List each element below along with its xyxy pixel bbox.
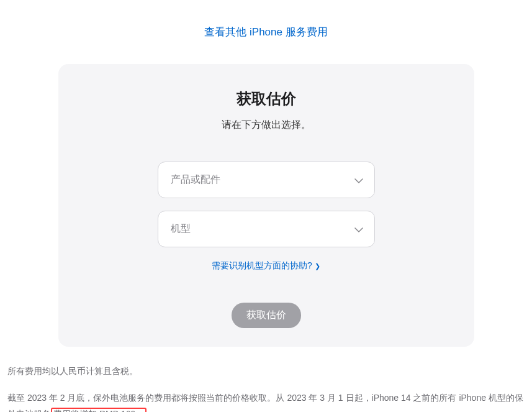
model-select[interactable]: 机型	[158, 211, 375, 247]
estimate-subtitle: 请在下方做出选择。	[89, 119, 443, 132]
get-estimate-button[interactable]: 获取估价	[232, 303, 301, 328]
currency-note: 所有费用均以人民币计算且含税。	[7, 364, 525, 378]
footer-notes: 所有费用均以人民币计算且含税。 截至 2023 年 2 月底，保外电池服务的费用…	[7, 347, 525, 412]
estimate-title: 获取估价	[89, 89, 443, 109]
product-select-label: 产品或配件	[171, 174, 220, 185]
model-select-label: 机型	[171, 223, 191, 234]
help-link-container: 需要识别机型方面的协助?❯	[89, 260, 443, 272]
chevron-right-icon: ❯	[315, 262, 320, 270]
highlighted-price-increase: 费用将增加 RMB 169。	[51, 408, 147, 412]
view-other-link-container: 查看其他 iPhone 服务费用	[7, 25, 525, 39]
estimate-card: 获取估价 请在下方做出选择。 产品或配件 机型 需要识别机型方面的协助?❯ 获取…	[58, 64, 474, 347]
identify-model-help-link[interactable]: 需要识别机型方面的协助?❯	[212, 260, 320, 270]
chevron-down-icon	[354, 175, 363, 186]
product-select[interactable]: 产品或配件	[158, 162, 375, 198]
chevron-down-icon	[354, 224, 363, 235]
price-change-note: 截至 2023 年 2 月底，保外电池服务的费用都将按照当前的价格收取。从 20…	[7, 390, 525, 412]
view-other-services-link[interactable]: 查看其他 iPhone 服务费用	[204, 26, 327, 38]
